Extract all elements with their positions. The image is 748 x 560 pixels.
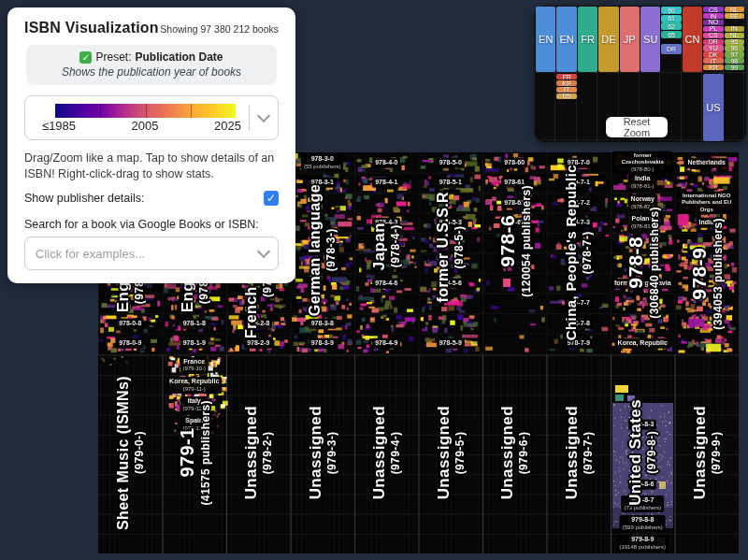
preset-description: Shows the publication year of books [32, 65, 271, 79]
minimap-cell-99[interactable]: 99 [725, 65, 744, 70]
minimap[interactable]: ENENFRDEJPSU60616265DRCNCSINNOPLCSDRYUDK… [535, 6, 746, 142]
books-count: Showing 97 380 212 books [160, 23, 279, 35]
page-title: ISBN Visualization [24, 20, 159, 36]
colormap-gradient [55, 104, 236, 118]
preset-value: Publication Date [136, 50, 223, 64]
instructions-text: Drag/Zoom like a map. Tap to show detail… [24, 151, 279, 181]
minimap-cell-yu[interactable]: YU [703, 45, 723, 50]
preset-check-icon: ✓ [79, 51, 92, 64]
preset-selector[interactable]: ✓ Preset: Publication Date Shows the pub… [26, 45, 277, 85]
minimap-cell-98[interactable]: 98 [725, 58, 744, 64]
publisher-details-checkbox[interactable]: ✓ [264, 191, 279, 206]
search-dropdown-toggle[interactable] [250, 251, 278, 256]
minimap-cell-en[interactable]: EN [536, 7, 555, 72]
reset-zoom-button[interactable]: Reset Zoom [606, 117, 668, 137]
minimap-cell-cs[interactable]: CS [703, 7, 723, 12]
minimap-cell-kr[interactable]: KR [703, 65, 723, 70]
minimap-cell-97[interactable]: 97 [725, 51, 744, 57]
search-placeholder: Click for examples... [25, 247, 249, 261]
minimap-cell-it[interactable]: IT [703, 58, 723, 64]
minimap-cell-dr[interactable]: DR [661, 44, 681, 54]
search-label: Search for a book via Google Books or IS… [24, 218, 279, 231]
minimap-cell-nl[interactable]: NL [725, 33, 744, 38]
minimap-cell-fr[interactable]: FR [556, 74, 576, 79]
minimap-cell-62[interactable]: 62 [661, 22, 681, 30]
minimap-cell-fr[interactable]: FR [578, 7, 597, 72]
legend-ticks: ≤1985 2005 2025 [42, 119, 241, 133]
legend-tick-max: 2025 [214, 119, 241, 133]
minimap-cell-60[interactable]: 60 [661, 7, 681, 14]
minimap-cell-61[interactable]: 61 [661, 15, 681, 22]
control-panel: ISBN Visualization Showing 97 380 212 bo… [7, 7, 295, 283]
minimap-cell-cn[interactable]: CN [683, 7, 702, 72]
minimap-cell-96[interactable]: 96 [725, 45, 744, 50]
preset-line: ✓ Preset: Publication Date [32, 50, 271, 64]
minimap-cell-dr[interactable]: DR [703, 39, 723, 45]
panel-header: ISBN Visualization Showing 97 380 212 bo… [24, 20, 279, 36]
colormap-dropdown-toggle[interactable] [250, 96, 278, 139]
chevron-down-icon [257, 109, 270, 122]
minimap-cell-de[interactable]: DE [598, 7, 618, 72]
minimap-cell-es[interactable]: ES [556, 93, 576, 99]
minimap-cell-us[interactable]: US [703, 74, 723, 141]
minimap-cell-su[interactable]: SU [640, 7, 660, 72]
minimap-cell-cs[interactable]: CS [703, 33, 723, 38]
publisher-details-label: Show publisher details: [24, 192, 145, 205]
minimap-cell-se[interactable]: SE [725, 13, 744, 19]
publisher-toggle-row: Show publisher details: ✓ [24, 191, 279, 206]
legend-tick-mid: 2005 [132, 119, 159, 133]
colormap-selector[interactable]: ≤1985 2005 2025 [24, 95, 279, 140]
minimap-cell-dk[interactable]: DK [703, 51, 723, 57]
preset-label: Preset: [95, 50, 131, 64]
minimap-cell-95[interactable]: 95 [725, 39, 744, 45]
chevron-down-icon [257, 245, 270, 258]
colormap-legend: ≤1985 2005 2025 [25, 96, 249, 139]
minimap-cell-jp[interactable]: JP [620, 7, 640, 72]
legend-tick-min: ≤1985 [42, 119, 76, 133]
minimap-cell-nl[interactable]: NL [725, 7, 744, 12]
minimap-cell-en[interactable]: EN [556, 7, 576, 72]
search-input[interactable]: Click for examples... [24, 237, 279, 270]
minimap-cell-65[interactable]: 65 [661, 31, 681, 38]
